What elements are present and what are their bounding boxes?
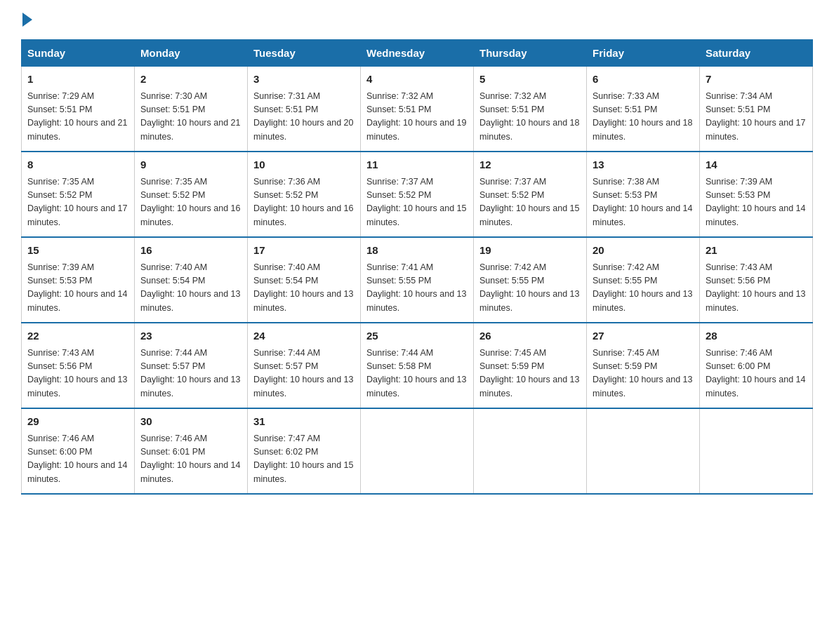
day-number: 25 xyxy=(366,328,468,344)
logo xyxy=(21,14,32,27)
day-info: Sunrise: 7:46 AMSunset: 6:01 PMDaylight:… xyxy=(140,434,240,484)
day-number: 4 xyxy=(366,72,468,88)
day-number: 18 xyxy=(366,243,468,259)
week-row-5: 29Sunrise: 7:46 AMSunset: 6:00 PMDayligh… xyxy=(22,408,813,494)
day-cell: 30Sunrise: 7:46 AMSunset: 6:01 PMDayligh… xyxy=(135,408,248,494)
week-row-3: 15Sunrise: 7:39 AMSunset: 5:53 PMDayligh… xyxy=(22,237,813,323)
day-number: 12 xyxy=(479,157,581,173)
day-info: Sunrise: 7:42 AMSunset: 5:55 PMDaylight:… xyxy=(479,262,579,313)
day-number: 7 xyxy=(706,72,807,88)
day-cell xyxy=(474,408,587,494)
day-cell: 9Sunrise: 7:35 AMSunset: 5:52 PMDaylight… xyxy=(135,152,248,237)
day-cell: 22Sunrise: 7:43 AMSunset: 5:56 PMDayligh… xyxy=(22,323,135,408)
day-cell: 25Sunrise: 7:44 AMSunset: 5:58 PMDayligh… xyxy=(361,323,474,408)
day-info: Sunrise: 7:45 AMSunset: 5:59 PMDaylight:… xyxy=(479,348,579,398)
day-number: 9 xyxy=(140,157,241,173)
day-number: 22 xyxy=(27,328,128,344)
day-number: 6 xyxy=(593,72,694,88)
day-info: Sunrise: 7:34 AMSunset: 5:51 PMDaylight:… xyxy=(706,91,805,142)
day-info: Sunrise: 7:31 AMSunset: 5:51 PMDaylight:… xyxy=(253,91,353,142)
header-row: SundayMondayTuesdayWednesdayThursdayFrid… xyxy=(22,40,813,67)
day-info: Sunrise: 7:39 AMSunset: 5:53 PMDaylight:… xyxy=(706,177,805,227)
day-cell: 15Sunrise: 7:39 AMSunset: 5:53 PMDayligh… xyxy=(22,237,135,323)
day-info: Sunrise: 7:36 AMSunset: 5:52 PMDaylight:… xyxy=(253,177,353,227)
day-cell: 10Sunrise: 7:36 AMSunset: 5:52 PMDayligh… xyxy=(248,152,361,237)
day-info: Sunrise: 7:30 AMSunset: 5:51 PMDaylight:… xyxy=(140,91,240,142)
day-info: Sunrise: 7:32 AMSunset: 5:51 PMDaylight:… xyxy=(366,91,466,142)
col-header-friday: Friday xyxy=(587,40,700,67)
day-info: Sunrise: 7:45 AMSunset: 5:59 PMDaylight:… xyxy=(593,348,692,398)
day-cell: 2Sunrise: 7:30 AMSunset: 5:51 PMDaylight… xyxy=(135,67,248,152)
day-cell: 13Sunrise: 7:38 AMSunset: 5:53 PMDayligh… xyxy=(587,152,700,237)
day-number: 29 xyxy=(27,414,128,430)
day-cell: 3Sunrise: 7:31 AMSunset: 5:51 PMDaylight… xyxy=(248,67,361,152)
day-number: 8 xyxy=(27,157,128,173)
day-number: 21 xyxy=(706,243,807,259)
day-info: Sunrise: 7:43 AMSunset: 5:56 PMDaylight:… xyxy=(27,348,127,398)
day-info: Sunrise: 7:32 AMSunset: 5:51 PMDaylight:… xyxy=(479,91,579,142)
week-row-4: 22Sunrise: 7:43 AMSunset: 5:56 PMDayligh… xyxy=(22,323,813,408)
day-info: Sunrise: 7:38 AMSunset: 5:53 PMDaylight:… xyxy=(593,177,692,227)
day-cell: 1Sunrise: 7:29 AMSunset: 5:51 PMDaylight… xyxy=(22,67,135,152)
day-cell: 18Sunrise: 7:41 AMSunset: 5:55 PMDayligh… xyxy=(361,237,474,323)
day-cell: 5Sunrise: 7:32 AMSunset: 5:51 PMDaylight… xyxy=(474,67,587,152)
day-cell: 7Sunrise: 7:34 AMSunset: 5:51 PMDaylight… xyxy=(700,67,813,152)
calendar-table: SundayMondayTuesdayWednesdayThursdayFrid… xyxy=(21,39,813,495)
day-number: 31 xyxy=(253,414,355,430)
day-cell: 27Sunrise: 7:45 AMSunset: 5:59 PMDayligh… xyxy=(587,323,700,408)
day-number: 5 xyxy=(479,72,581,88)
day-info: Sunrise: 7:35 AMSunset: 5:52 PMDaylight:… xyxy=(27,177,127,227)
day-cell: 23Sunrise: 7:44 AMSunset: 5:57 PMDayligh… xyxy=(135,323,248,408)
day-info: Sunrise: 7:47 AMSunset: 6:02 PMDaylight:… xyxy=(253,434,353,484)
week-row-1: 1Sunrise: 7:29 AMSunset: 5:51 PMDaylight… xyxy=(22,67,813,152)
col-header-sunday: Sunday xyxy=(22,40,135,67)
day-number: 26 xyxy=(479,328,581,344)
day-info: Sunrise: 7:29 AMSunset: 5:51 PMDaylight:… xyxy=(27,91,127,142)
day-info: Sunrise: 7:37 AMSunset: 5:52 PMDaylight:… xyxy=(366,177,466,227)
day-number: 1 xyxy=(27,72,128,88)
day-cell: 29Sunrise: 7:46 AMSunset: 6:00 PMDayligh… xyxy=(22,408,135,494)
day-cell: 26Sunrise: 7:45 AMSunset: 5:59 PMDayligh… xyxy=(474,323,587,408)
day-cell: 12Sunrise: 7:37 AMSunset: 5:52 PMDayligh… xyxy=(474,152,587,237)
col-header-tuesday: Tuesday xyxy=(248,40,361,67)
day-number: 2 xyxy=(140,72,241,88)
day-cell: 20Sunrise: 7:42 AMSunset: 5:55 PMDayligh… xyxy=(587,237,700,323)
day-number: 30 xyxy=(140,414,241,430)
day-cell: 28Sunrise: 7:46 AMSunset: 6:00 PMDayligh… xyxy=(700,323,813,408)
day-number: 19 xyxy=(479,243,581,259)
day-number: 17 xyxy=(253,243,355,259)
col-header-thursday: Thursday xyxy=(474,40,587,67)
day-number: 16 xyxy=(140,243,241,259)
day-info: Sunrise: 7:46 AMSunset: 6:00 PMDaylight:… xyxy=(27,434,127,484)
day-cell xyxy=(361,408,474,494)
day-info: Sunrise: 7:33 AMSunset: 5:51 PMDaylight:… xyxy=(593,91,692,142)
day-number: 3 xyxy=(253,72,355,88)
day-number: 11 xyxy=(366,157,468,173)
day-cell: 8Sunrise: 7:35 AMSunset: 5:52 PMDaylight… xyxy=(22,152,135,237)
day-cell: 24Sunrise: 7:44 AMSunset: 5:57 PMDayligh… xyxy=(248,323,361,408)
day-number: 23 xyxy=(140,328,241,344)
col-header-saturday: Saturday xyxy=(700,40,813,67)
week-row-2: 8Sunrise: 7:35 AMSunset: 5:52 PMDaylight… xyxy=(22,152,813,237)
logo-arrow-icon xyxy=(22,13,32,27)
day-cell: 19Sunrise: 7:42 AMSunset: 5:55 PMDayligh… xyxy=(474,237,587,323)
day-info: Sunrise: 7:43 AMSunset: 5:56 PMDaylight:… xyxy=(706,262,805,313)
day-info: Sunrise: 7:44 AMSunset: 5:57 PMDaylight:… xyxy=(140,348,240,398)
day-cell: 31Sunrise: 7:47 AMSunset: 6:02 PMDayligh… xyxy=(248,408,361,494)
day-number: 28 xyxy=(706,328,807,344)
day-info: Sunrise: 7:44 AMSunset: 5:57 PMDaylight:… xyxy=(253,348,353,398)
day-info: Sunrise: 7:42 AMSunset: 5:55 PMDaylight:… xyxy=(593,262,692,313)
day-number: 15 xyxy=(27,243,128,259)
day-info: Sunrise: 7:46 AMSunset: 6:00 PMDaylight:… xyxy=(706,348,805,398)
day-info: Sunrise: 7:40 AMSunset: 5:54 PMDaylight:… xyxy=(253,262,353,313)
day-number: 14 xyxy=(706,157,807,173)
day-cell: 21Sunrise: 7:43 AMSunset: 5:56 PMDayligh… xyxy=(700,237,813,323)
day-number: 20 xyxy=(593,243,694,259)
day-info: Sunrise: 7:35 AMSunset: 5:52 PMDaylight:… xyxy=(140,177,240,227)
day-cell: 17Sunrise: 7:40 AMSunset: 5:54 PMDayligh… xyxy=(248,237,361,323)
day-cell: 14Sunrise: 7:39 AMSunset: 5:53 PMDayligh… xyxy=(700,152,813,237)
day-info: Sunrise: 7:44 AMSunset: 5:58 PMDaylight:… xyxy=(366,348,466,398)
day-cell: 4Sunrise: 7:32 AMSunset: 5:51 PMDaylight… xyxy=(361,67,474,152)
day-cell xyxy=(587,408,700,494)
col-header-wednesday: Wednesday xyxy=(361,40,474,67)
